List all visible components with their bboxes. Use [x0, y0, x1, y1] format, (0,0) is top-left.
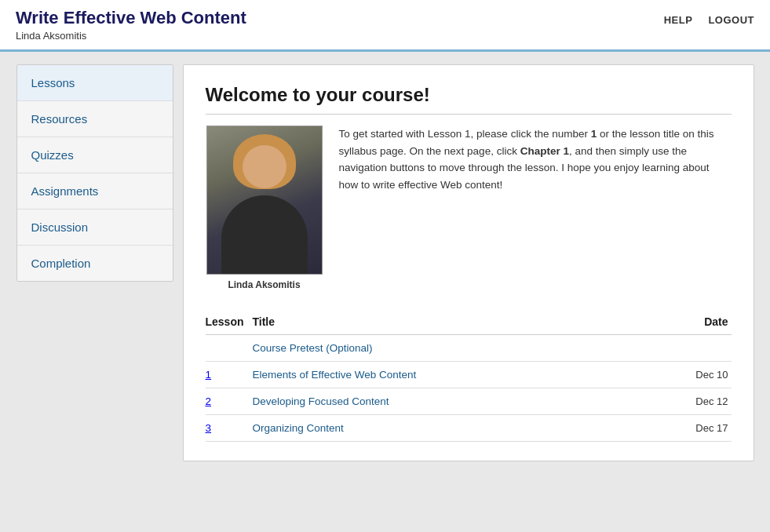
welcome-title: Welcome to your course! [206, 84, 732, 115]
top-bar: Write Effective Web Content Linda Aksomi… [0, 0, 770, 52]
instructor-photo-container: Linda Aksomitis [206, 126, 323, 290]
sidebar-item-lessons[interactable]: Lessons [17, 65, 173, 101]
logout-link[interactable]: LOGOUT [708, 14, 754, 26]
instructor-photo-name: Linda Aksomitis [228, 279, 300, 290]
col-date: Date [649, 309, 731, 335]
intro-section: Linda Aksomitis To get started with Less… [206, 126, 732, 290]
sidebar-item-resources[interactable]: Resources [17, 101, 173, 137]
lesson-title-cell: Organizing Content [253, 415, 650, 442]
sidebar-item-completion[interactable]: Completion [17, 246, 173, 281]
lesson-title-cell: Developing Focused Content [253, 388, 650, 415]
table-row: Course Pretest (Optional) [206, 335, 732, 362]
lesson-number-link[interactable]: 2 [206, 395, 212, 407]
sidebar: Lessons Resources Quizzes Assignments Di… [16, 64, 173, 282]
course-title: Write Effective Web Content [16, 8, 246, 28]
lesson-title-cell: Elements of Effective Web Content [253, 362, 650, 388]
photo-face [243, 145, 286, 188]
lesson-number-link[interactable]: 1 [206, 369, 212, 381]
lesson-title-link[interactable]: Elements of Effective Web Content [253, 369, 417, 381]
lesson-number[interactable]: 1 [206, 362, 253, 388]
top-nav: HELP LOGOUT [664, 8, 754, 26]
lesson-number[interactable]: 3 [206, 415, 253, 442]
lesson-title-link[interactable]: Organizing Content [253, 422, 344, 434]
sidebar-item-quizzes[interactable]: Quizzes [17, 137, 173, 173]
main-container: Lessons Resources Quizzes Assignments Di… [9, 64, 762, 461]
table-row: 2Developing Focused ContentDec 12 [206, 388, 732, 415]
top-bar-title-section: Write Effective Web Content Linda Aksomi… [16, 8, 246, 42]
lesson-date: Dec 10 [649, 362, 731, 388]
table-header-row: Lesson Title Date [206, 309, 732, 335]
lesson-date: Dec 17 [649, 415, 731, 442]
lesson-number [206, 335, 253, 362]
lesson-title-link[interactable]: Course Pretest (Optional) [253, 342, 373, 354]
sidebar-item-discussion[interactable]: Discussion [17, 210, 173, 246]
instructor-photo [206, 126, 323, 275]
table-row: 1Elements of Effective Web ContentDec 10 [206, 362, 732, 388]
instructor-subtitle: Linda Aksomitis [16, 30, 246, 42]
help-link[interactable]: HELP [664, 14, 693, 26]
lesson-number-link[interactable]: 3 [206, 422, 212, 434]
lesson-date [649, 335, 731, 362]
lesson-table: Lesson Title Date Course Pretest (Option… [206, 309, 732, 442]
col-title: Title [253, 309, 650, 335]
sidebar-item-assignments[interactable]: Assignments [17, 173, 173, 210]
content-area: Welcome to your course! Linda Aksomitis … [183, 64, 754, 461]
intro-text-part1: To get started with Lesson 1, please cli… [339, 128, 714, 191]
table-row: 3Organizing ContentDec 17 [206, 415, 732, 442]
lesson-title-cell: Course Pretest (Optional) [253, 335, 650, 362]
lesson-title-link[interactable]: Developing Focused Content [253, 395, 389, 407]
lesson-number[interactable]: 2 [206, 388, 253, 415]
col-lesson: Lesson [206, 309, 253, 335]
intro-text: To get started with Lesson 1, please cli… [339, 126, 732, 193]
lesson-date: Dec 12 [649, 388, 731, 415]
